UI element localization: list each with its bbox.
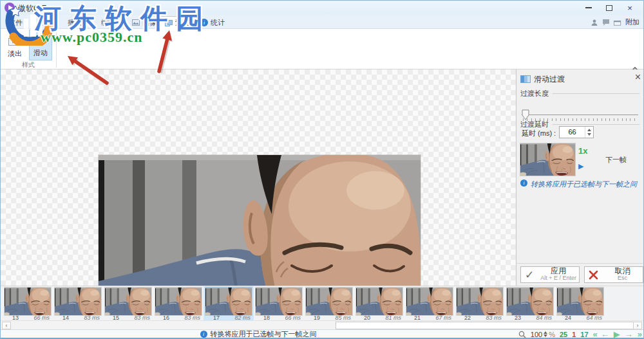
tab-file[interactable]: 文件 (3, 16, 28, 29)
fade-transition-button[interactable]: 淡出 (3, 30, 26, 60)
status-message: i 转换将应用于已选帧与下一帧之间 (1, 330, 516, 338)
apply-label: 应用 (551, 268, 566, 275)
tab-image[interactable]: 图像 (127, 16, 162, 29)
spin-down-icon[interactable] (587, 133, 591, 136)
check-icon: ✓ (525, 268, 534, 282)
spin-down-icon[interactable] (544, 334, 547, 337)
frame-cell-18[interactable]: 1866 ms (254, 286, 304, 321)
attach-label[interactable]: 附加 (625, 17, 639, 27)
feedback-bubble-icon[interactable] (602, 19, 610, 26)
fade-label: 淡出 (8, 49, 22, 59)
tab-statistics[interactable]: i 统计 (195, 16, 230, 29)
panel-divider (516, 263, 644, 264)
delay-row: 延时 (ms) : 66 (522, 127, 639, 139)
total-frame-count: 25 (560, 331, 567, 338)
delay-value[interactable]: 66 (560, 127, 585, 138)
cancel-button[interactable]: 取消 Esc (584, 266, 643, 283)
frame-thumbnail (105, 288, 151, 315)
next-frame-button[interactable]: → (625, 329, 633, 339)
frame-filmstrip: 1366 ms 1483 ms 1583 ms 1683 ms 1782 ms … (1, 286, 643, 320)
delay-label: 延时 (ms) : (522, 129, 556, 138)
tab-label: 过渡 (175, 18, 189, 28)
maximize-icon (606, 5, 612, 11)
spin-up-icon[interactable] (587, 129, 591, 131)
minimize-button[interactable] (579, 1, 598, 15)
zoom-spinner[interactable] (544, 331, 547, 337)
scroll-left-button[interactable]: ‹ (2, 322, 11, 329)
tab-label: 文件 (8, 18, 23, 28)
frame-cell-15[interactable]: 1583 ms (103, 286, 153, 321)
slide-transition-panel: 滑动过渡 × 过渡长度 过渡延时 延时 (ms) : 66 (516, 69, 644, 286)
status-message-text: 转换将应用于已选帧与下一帧之间 (211, 329, 317, 339)
info-icon: i (200, 19, 208, 26)
cancel-shortcut: Esc (618, 275, 627, 282)
slider-track[interactable] (522, 115, 638, 115)
delay-spinner[interactable] (585, 127, 593, 138)
tab-edit[interactable]: 编辑 (96, 16, 120, 29)
frame-cell-13[interactable]: 1366 ms (3, 286, 53, 321)
app-logo-icon (5, 3, 15, 13)
frame-thumbnail (356, 288, 402, 315)
transition-icon (165, 20, 173, 26)
length-section-header: 过渡长度 (520, 89, 639, 98)
apply-shortcut: Alt + E / Enter (540, 275, 576, 282)
picture-icon (132, 19, 140, 26)
first-frame-button[interactable]: « (593, 329, 596, 339)
panel-close-button[interactable]: × (635, 72, 641, 82)
spin-up-icon[interactable] (544, 331, 547, 334)
frame-thumbnail (55, 288, 101, 315)
editor-canvas[interactable] (1, 69, 516, 286)
ribbon: 淡出 滑动 样式 (1, 29, 643, 69)
delay-spinbox[interactable]: 66 (559, 126, 594, 138)
panel-info-text: 转换将应用于已选帧与下一帧之间 (531, 179, 637, 189)
length-section-label: 过渡长度 (520, 89, 549, 98)
frame-cell-16[interactable]: 1683 ms (153, 286, 204, 321)
play-button[interactable]: ▶ (614, 329, 620, 339)
next-frame-label: 下一帧 (605, 155, 627, 165)
tab-label: 统计 (211, 18, 225, 28)
filmstrip-scrollbar[interactable]: ‹ › (1, 320, 643, 329)
tab-transitions[interactable]: 过渡 (159, 16, 195, 29)
frame-cell-19[interactable]: 1985 ms (304, 286, 354, 321)
frame-cell-21[interactable]: 2167 ms (404, 286, 455, 321)
group-separator (56, 30, 57, 68)
frame-thumbnail (457, 288, 503, 315)
titlebar: 傲软GIF × (1, 1, 643, 15)
status-bar: i 转换将应用于已选帧与下一帧之间 100 % 25 1 17 « ← ▶ → … (1, 329, 643, 338)
maximize-button[interactable] (600, 1, 619, 15)
tab-playback[interactable]: 播放 (62, 16, 87, 29)
previous-frame-button[interactable]: ← (601, 329, 609, 339)
scrollbar-thumb[interactable] (336, 322, 634, 329)
zoom-value[interactable]: 100 (531, 331, 542, 338)
tab-label: 播放 (68, 18, 82, 28)
frame-cell-24[interactable]: 2464 ms (555, 286, 605, 321)
frame-thumbnail (256, 288, 302, 315)
last-frame-button[interactable]: » (638, 329, 641, 339)
frame-cell-17-selected[interactable]: 1782 ms (204, 286, 254, 321)
apply-button[interactable]: ✓ 应用 Alt + E / Enter (520, 266, 580, 283)
zoom-control[interactable]: 100 % (531, 331, 555, 338)
frame-cell-22[interactable]: 2283 ms (455, 286, 505, 321)
user-icon[interactable] (591, 19, 598, 26)
ribbon-tab-bar: 文件 主页 播放 编辑 图像 过渡 i 统计 (1, 15, 643, 29)
frame-cell-14[interactable]: 1483 ms (53, 286, 103, 321)
close-button[interactable]: × (620, 1, 639, 15)
cancel-label: 取消 (615, 268, 630, 275)
tab-home[interactable]: 主页 (32, 16, 56, 29)
frame-thumbnail (5, 288, 51, 315)
transition-preview-thumbnail (520, 143, 575, 176)
zoom-unit: % (549, 331, 555, 338)
red-x-icon (589, 270, 598, 280)
frame-thumbnail (557, 288, 603, 315)
slide-transition-button[interactable]: 滑动 (29, 30, 52, 60)
slide-transition-icon (520, 75, 531, 83)
panel-info-message: i 转换将应用于已选帧与下一帧之间 (520, 179, 641, 189)
preview-play-button[interactable]: ▶ (578, 162, 583, 170)
scroll-right-button[interactable]: › (633, 322, 642, 329)
info-icon: i (200, 331, 207, 338)
frame-cell-20[interactable]: 2081 ms (354, 286, 404, 321)
current-frame-index: 17 (580, 331, 588, 338)
frame-cell-23[interactable]: 2384 ms (505, 286, 555, 321)
panel-title: 滑动过渡 (534, 74, 565, 85)
attach-window-icon[interactable] (614, 19, 621, 26)
